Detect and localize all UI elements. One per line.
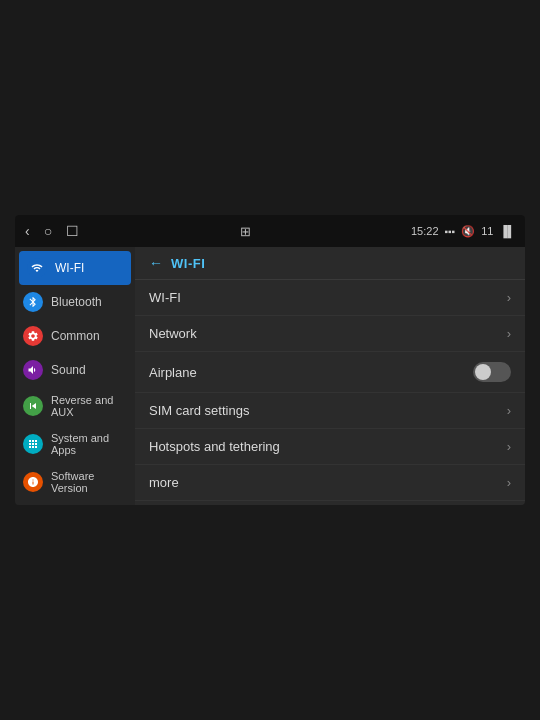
volume-icon: 🔇: [461, 225, 475, 238]
signal-icon: ▪▪▪: [445, 226, 456, 237]
list-item-network-label: Network: [149, 326, 197, 341]
list-item-wifi-label: WI-FI: [149, 290, 181, 305]
main-screen: ‹ ○ ☐ ⊞ 15:22 ▪▪▪ 🔇 11 ▐▌ WI-FI: [15, 215, 525, 505]
list-item-more[interactable]: more ›: [135, 465, 525, 501]
recents-nav-icon[interactable]: ☐: [66, 223, 79, 239]
chevron-icon-more: ›: [507, 475, 511, 490]
sidebar-label-software-version: Software Version: [51, 470, 127, 494]
software-version-icon: [23, 472, 43, 492]
sidebar-label-common: Common: [51, 329, 100, 343]
chevron-icon-network: ›: [507, 326, 511, 341]
time-display: 15:22: [411, 225, 439, 237]
nav-buttons: ‹ ○ ☐: [25, 223, 79, 239]
sidebar-label-sound: Sound: [51, 363, 86, 377]
panel-list: WI-FI › Network › Airplane SIM car: [135, 280, 525, 505]
panel-back-button[interactable]: ←: [149, 255, 163, 271]
sidebar-item-wifi[interactable]: WI-FI: [19, 251, 131, 285]
bluetooth-icon: [23, 292, 43, 312]
cast-icon: ⊞: [240, 224, 251, 239]
chevron-icon-hotspots: ›: [507, 439, 511, 454]
panel-title: WI-FI: [171, 256, 205, 271]
list-item-sim-label: SIM card settings: [149, 403, 249, 418]
sidebar-item-software-version[interactable]: Software Version: [15, 463, 135, 501]
status-indicators: 15:22 ▪▪▪ 🔇 11 ▐▌: [411, 225, 515, 238]
main-layout: WI-FI Bluetooth Common Sou: [15, 247, 525, 505]
list-item-wifi[interactable]: WI-FI ›: [135, 280, 525, 316]
settings-sidebar: WI-FI Bluetooth Common Sou: [15, 247, 135, 505]
home-nav-icon[interactable]: ○: [44, 223, 52, 239]
back-nav-icon[interactable]: ‹: [25, 223, 30, 239]
chevron-icon-wifi: ›: [507, 290, 511, 305]
list-item-airplane[interactable]: Airplane: [135, 352, 525, 393]
sidebar-label-system-apps: System and Apps: [51, 432, 127, 456]
sidebar-item-sound[interactable]: Sound: [15, 353, 135, 387]
list-item-hotspots[interactable]: Hotspots and tethering ›: [135, 429, 525, 465]
status-bar: ‹ ○ ☐ ⊞ 15:22 ▪▪▪ 🔇 11 ▐▌: [15, 215, 525, 247]
list-item-network[interactable]: Network ›: [135, 316, 525, 352]
wifi-icon: [27, 258, 47, 278]
battery-level: 11: [481, 225, 493, 237]
sidebar-item-reverse-aux[interactable]: Reverse and AUX: [15, 387, 135, 425]
airplane-toggle[interactable]: [473, 362, 511, 382]
toggle-knob: [475, 364, 491, 380]
list-item-sim-card[interactable]: SIM card settings ›: [135, 393, 525, 429]
sound-icon: [23, 360, 43, 380]
sidebar-item-system-apps[interactable]: System and Apps: [15, 425, 135, 463]
sidebar-item-bluetooth[interactable]: Bluetooth: [15, 285, 135, 319]
sidebar-label-reverse-aux: Reverse and AUX: [51, 394, 127, 418]
system-apps-icon: [23, 434, 43, 454]
chevron-icon-sim: ›: [507, 403, 511, 418]
settings-panel: ← WI-FI WI-FI › Network › Airplane: [135, 247, 525, 505]
reverse-aux-icon: [23, 396, 43, 416]
sidebar-label-bluetooth: Bluetooth: [51, 295, 102, 309]
sidebar-label-wifi: WI-FI: [55, 261, 84, 275]
list-item-hotspots-label: Hotspots and tethering: [149, 439, 280, 454]
sidebar-item-factory[interactable]: Factory: [15, 501, 135, 505]
battery-icon: ▐▌: [499, 225, 515, 237]
common-icon: [23, 326, 43, 346]
list-item-more-label: more: [149, 475, 179, 490]
panel-header: ← WI-FI: [135, 247, 525, 280]
sidebar-item-common[interactable]: Common: [15, 319, 135, 353]
cast-icon-area: ⊞: [240, 224, 251, 239]
list-item-airplane-label: Airplane: [149, 365, 197, 380]
